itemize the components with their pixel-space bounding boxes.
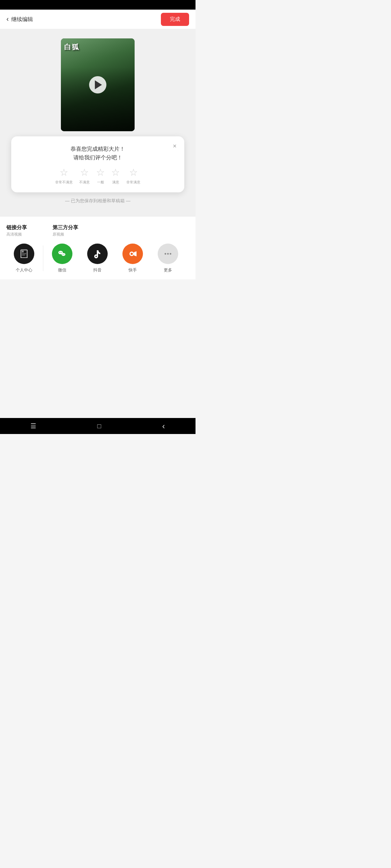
star-item-3[interactable]: ☆ 一般 — [96, 168, 105, 185]
nav-title: 继续编辑 — [11, 16, 33, 23]
third-party-share-header: 第三方分享 原视频 — [53, 224, 78, 237]
star-label-4: 满意 — [112, 180, 119, 185]
kuaishou-label: 快手 — [129, 267, 137, 273]
share-item-douyin[interactable]: 抖音 — [80, 244, 115, 273]
home-button[interactable]: □ — [97, 423, 101, 430]
menu-button[interactable]: ☰ — [30, 422, 36, 430]
done-button[interactable]: 完成 — [161, 13, 189, 26]
link-share-title: 链接分享 — [6, 224, 27, 231]
video-bg: 白狐 — [61, 38, 135, 131]
douyin-icon-circle — [87, 244, 108, 264]
share-headers: 链接分享 高清视频 第三方分享 原视频 — [6, 224, 189, 237]
play-button[interactable] — [89, 76, 106, 93]
star-label-2: 不满意 — [79, 180, 90, 185]
third-party-share-sub: 原视频 — [53, 232, 78, 237]
video-overlay-text: 白狐 — [64, 42, 80, 52]
star-label-5: 非常满意 — [126, 180, 140, 185]
star-icon-4[interactable]: ☆ — [111, 168, 120, 177]
share-section: 链接分享 高清视频 第三方分享 原视频 — [0, 217, 196, 279]
video-thumbnail[interactable]: 白狐 — [61, 38, 135, 131]
nav-left[interactable]: ‹ 继续编辑 — [6, 15, 33, 23]
star-item-2[interactable]: ☆ 不满意 — [79, 168, 90, 185]
save-notice: — 已为您保存到相册和草稿箱 — — [59, 198, 137, 204]
modal-close-button[interactable]: × — [170, 142, 179, 150]
star-icon-5[interactable]: ☆ — [129, 168, 138, 177]
svg-point-10 — [64, 254, 64, 255]
svg-point-15 — [170, 253, 171, 255]
personal-label: 个人中心 — [16, 267, 32, 273]
main-content: 白狐 × 恭喜您完成精彩大片！ 请给我们评个分吧！ ☆ 非常不满意 ☆ 不满意 … — [0, 29, 196, 279]
svg-point-7 — [61, 252, 61, 253]
stars-row: ☆ 非常不满意 ☆ 不满意 ☆ 一般 ☆ 满意 ☆ 非常满意 — [19, 168, 176, 185]
link-share-header: 链接分享 高清视频 — [6, 224, 27, 237]
share-icons-row: 个人中心 微信 — [6, 244, 189, 273]
wechat-label: 微信 — [58, 267, 66, 273]
svg-rect-3 — [22, 253, 26, 254]
svg-point-13 — [165, 253, 166, 255]
star-icon-1[interactable]: ☆ — [60, 168, 68, 177]
status-bar — [0, 0, 196, 9]
modal-title: 恭喜您完成精彩大片！ 请给我们评个分吧！ — [19, 145, 176, 162]
share-divider — [43, 246, 43, 271]
back-arrow-icon[interactable]: ‹ — [6, 15, 9, 23]
svg-point-14 — [167, 253, 169, 255]
star-item-1[interactable]: ☆ 非常不满意 — [55, 168, 73, 185]
star-item-4[interactable]: ☆ 满意 — [111, 168, 120, 185]
svg-point-9 — [62, 254, 63, 255]
share-item-wechat[interactable]: 微信 — [45, 244, 80, 273]
svg-rect-4 — [22, 255, 25, 255]
rating-modal: × 恭喜您完成精彩大片！ 请给我们评个分吧！ ☆ 非常不满意 ☆ 不满意 ☆ 一… — [11, 136, 184, 192]
more-icon-circle — [158, 244, 178, 264]
link-share-sub: 高清视频 — [6, 232, 27, 237]
svg-point-8 — [61, 253, 65, 256]
third-party-share-title: 第三方分享 — [53, 224, 78, 231]
star-item-5[interactable]: ☆ 非常满意 — [126, 168, 140, 185]
star-label-3: 一般 — [97, 180, 104, 185]
star-icon-2[interactable]: ☆ — [80, 168, 89, 177]
share-item-kuaishou[interactable]: 快手 — [115, 244, 150, 273]
more-label: 更多 — [164, 267, 172, 273]
svg-point-6 — [59, 252, 60, 253]
share-item-more[interactable]: 更多 — [150, 244, 186, 273]
douyin-label: 抖音 — [93, 267, 102, 273]
personal-icon-circle — [14, 244, 34, 264]
kuaishou-icon-circle — [122, 244, 143, 264]
top-nav: ‹ 继续编辑 完成 — [0, 9, 196, 29]
star-label-1: 非常不满意 — [55, 180, 73, 185]
svg-point-12 — [131, 253, 133, 255]
play-triangle-icon — [95, 80, 102, 89]
bottom-nav: ☰ □ ‹ — [0, 418, 196, 434]
star-icon-3[interactable]: ☆ — [96, 168, 105, 177]
back-button[interactable]: ‹ — [162, 421, 165, 431]
wechat-icon-circle — [52, 244, 73, 264]
share-item-personal[interactable]: 个人中心 — [6, 244, 42, 273]
svg-rect-2 — [22, 251, 24, 252]
